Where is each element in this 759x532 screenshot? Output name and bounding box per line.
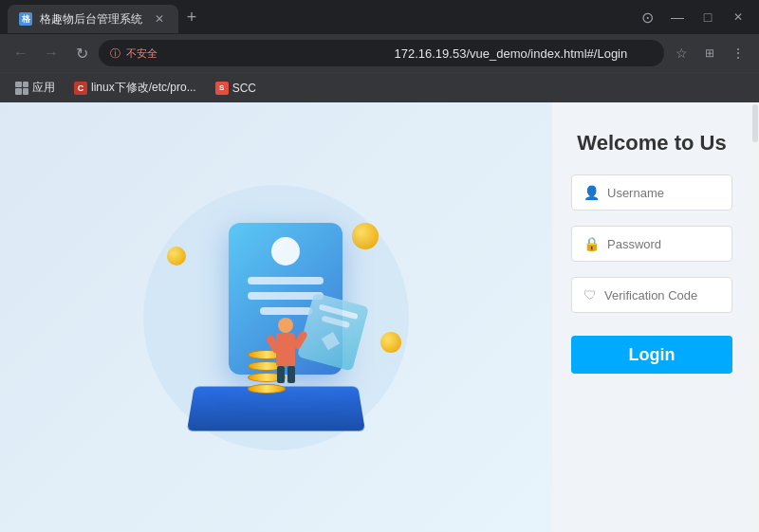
person-figure xyxy=(271,318,300,384)
person-leg-right xyxy=(287,366,295,383)
bookmark-scc-label: SCC xyxy=(232,82,256,95)
url-text: 172.16.19.53/vue_demo/index.html#/Login xyxy=(395,46,654,61)
tab-favicon: 格 xyxy=(19,12,32,26)
close-button[interactable]: ✕ xyxy=(725,4,751,30)
bookmark-apps-label: 应用 xyxy=(32,80,55,96)
active-tab[interactable]: 格 格趣物后台管理系统 ✕ xyxy=(8,5,178,33)
login-button[interactable]: Login xyxy=(571,336,732,374)
scrollbar[interactable] xyxy=(751,102,759,532)
tab-bar: 格 格趣物后台管理系统 ✕ + ⊙ — □ ✕ xyxy=(0,0,759,34)
bookmark-linux[interactable]: C linux下修改/etc/pro... xyxy=(66,76,204,100)
address-bar[interactable]: ⓘ 不安全 172.16.19.53/vue_demo/index.html#/… xyxy=(99,40,664,66)
tab-close-button[interactable]: ✕ xyxy=(152,11,167,27)
minimize-button[interactable]: — xyxy=(664,4,691,30)
left-panel xyxy=(0,102,552,532)
user-icon: 👤 xyxy=(583,185,600,200)
captcha-input[interactable] xyxy=(604,288,720,303)
username-field-container[interactable]: 👤 xyxy=(571,174,732,211)
apps-grid-icon xyxy=(15,82,28,95)
person-legs xyxy=(277,366,295,383)
security-label: 不安全 xyxy=(126,46,385,61)
reload-button[interactable]: ↻ xyxy=(68,40,95,66)
lock-icon: 🔒 xyxy=(583,236,600,251)
person-head xyxy=(278,318,293,333)
scrollbar-thumb[interactable] xyxy=(752,104,758,142)
window-controls: ⊙ — □ ✕ xyxy=(634,4,751,30)
bookmark-scc-icon: S xyxy=(215,82,229,95)
person-body xyxy=(276,333,295,366)
browser-chrome: 格 格趣物后台管理系统 ✕ + ⊙ — □ ✕ ← → ↻ ⓘ 不安全 172.… xyxy=(0,0,759,102)
shield-icon: 🛡 xyxy=(583,287,597,303)
coin-1 xyxy=(248,384,286,394)
extensions-button[interactable]: ⊞ xyxy=(696,40,723,66)
password-field-container[interactable]: 🔒 xyxy=(571,226,732,262)
security-icon: ⓘ xyxy=(110,46,120,61)
password-input[interactable] xyxy=(607,237,720,251)
toolbar-actions: ☆ ⊞ ⋮ xyxy=(668,40,751,66)
profile-button[interactable]: ⊙ xyxy=(634,4,660,30)
captcha-field-container[interactable]: 🛡 xyxy=(571,277,732,313)
person-leg-left xyxy=(277,366,285,383)
page-content: Welcome to Us 👤 🔒 🛡 Login xyxy=(0,102,759,532)
orb-1 xyxy=(352,223,379,249)
tab-title: 格趣物后台管理系统 xyxy=(40,11,144,28)
bookmark-scc[interactable]: S SCC xyxy=(208,78,264,99)
new-tab-button[interactable]: + xyxy=(178,4,205,30)
back-button[interactable]: ← xyxy=(8,40,34,66)
orb-2 xyxy=(380,332,401,353)
bookmarks-bar: 应用 C linux下修改/etc/pro... S SCC xyxy=(0,72,759,102)
bookmark-linux-icon: C xyxy=(74,82,87,95)
right-panel: Welcome to Us 👤 🔒 🛡 Login xyxy=(552,102,751,532)
phone-line-1 xyxy=(248,277,324,284)
bookmark-star-button[interactable]: ☆ xyxy=(668,40,694,66)
orb-3 xyxy=(167,247,186,266)
forward-button[interactable]: → xyxy=(38,40,65,66)
bookmark-linux-label: linux下修改/etc/pro... xyxy=(91,80,196,96)
maximize-button[interactable]: □ xyxy=(694,4,721,30)
username-input[interactable] xyxy=(607,186,720,200)
phone-avatar xyxy=(271,237,300,266)
illustration xyxy=(115,166,437,469)
toolbar: ← → ↻ ⓘ 不安全 172.16.19.53/vue_demo/index.… xyxy=(0,34,759,72)
menu-button[interactable]: ⋮ xyxy=(725,40,751,66)
phone-line-3 xyxy=(260,307,312,315)
welcome-title: Welcome to Us xyxy=(577,131,726,156)
bookmark-apps[interactable]: 应用 xyxy=(8,76,63,100)
